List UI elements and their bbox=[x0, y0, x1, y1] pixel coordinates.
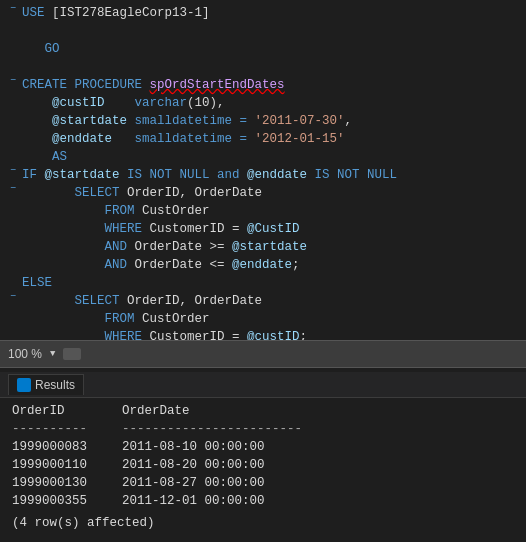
code-line-content: FROM CustOrder bbox=[22, 310, 522, 328]
editor-line: WHERE CustomerID = @CustID bbox=[0, 220, 526, 238]
editor-line: @startdate smalldatetime = '2011-07-30', bbox=[0, 112, 526, 130]
editor-line: −CREATE PROCEDURE spOrdStartEndDates bbox=[0, 76, 526, 94]
cell-orderdate: 2011-08-27 00:00:00 bbox=[122, 474, 322, 492]
token: varchar bbox=[135, 96, 188, 110]
code-line-content: FROM CustOrder bbox=[22, 202, 522, 220]
token: AND bbox=[82, 240, 127, 254]
token: CustomerID = bbox=[142, 330, 247, 340]
code-line-content: AS bbox=[22, 148, 522, 166]
token: IS NOT NULL bbox=[307, 168, 397, 182]
token: AS bbox=[52, 150, 67, 164]
token bbox=[52, 186, 75, 200]
cell-orderid: 1999000083 bbox=[12, 438, 122, 456]
token: '2011-07-30' bbox=[255, 114, 345, 128]
scroll-indicator[interactable] bbox=[63, 348, 81, 360]
results-separator-row: ---------------------------------- bbox=[12, 420, 514, 438]
token: (10), bbox=[187, 96, 225, 110]
token: GO bbox=[22, 42, 60, 56]
token bbox=[105, 96, 135, 110]
code-line-content: USE [IST278EagleCorp13-1] bbox=[22, 4, 522, 22]
editor-line: AS bbox=[0, 148, 526, 166]
token: [IST278EagleCorp13-1] bbox=[52, 6, 210, 20]
editor-line: WHERE CustomerID = @custID; bbox=[0, 328, 526, 340]
cell-orderdate: 2011-08-20 00:00:00 bbox=[122, 456, 322, 474]
dropdown-arrow-icon[interactable]: ▼ bbox=[50, 349, 55, 359]
editor-line: @enddate smalldatetime = '2012-01-15' bbox=[0, 130, 526, 148]
token: smalldatetime = bbox=[112, 132, 255, 146]
code-line-content: ELSE bbox=[22, 274, 522, 292]
status-bar: 100 % ▼ bbox=[0, 340, 526, 368]
code-line-content: @startdate smalldatetime = '2011-07-30', bbox=[22, 112, 522, 130]
code-line-content: WHERE CustomerID = @custID; bbox=[22, 328, 522, 340]
token: IS NOT NULL and bbox=[120, 168, 248, 182]
editor-line: FROM CustOrder bbox=[0, 202, 526, 220]
separator-date: ------------------------ bbox=[122, 420, 322, 438]
token: @custID bbox=[247, 330, 300, 340]
editor-line: − SELECT OrderID, OrderDate bbox=[0, 292, 526, 310]
token: OrderID, OrderDate bbox=[120, 186, 263, 200]
cell-orderid: 1999000110 bbox=[12, 456, 122, 474]
token: OrderID, OrderDate bbox=[120, 294, 263, 308]
code-line-content: GO bbox=[22, 40, 522, 58]
code-line-content: SELECT OrderID, OrderDate bbox=[22, 184, 522, 202]
gutter-icon[interactable]: − bbox=[4, 76, 22, 86]
token: @startdate bbox=[232, 240, 307, 254]
editor-line bbox=[0, 58, 526, 76]
token: IF bbox=[22, 168, 45, 182]
token: @startdate bbox=[45, 168, 120, 182]
table-row: 19990000832011-08-10 00:00:00 bbox=[12, 438, 514, 456]
results-tab-bar: Results bbox=[0, 372, 526, 398]
token: @custID bbox=[52, 96, 105, 110]
editor-line: GO bbox=[0, 40, 526, 58]
editor-line: −USE [IST278EagleCorp13-1] bbox=[0, 4, 526, 22]
token: @startdate bbox=[52, 114, 127, 128]
code-line-content: @enddate smalldatetime = '2012-01-15' bbox=[22, 130, 522, 148]
token: USE bbox=[22, 6, 52, 20]
gutter-icon[interactable]: − bbox=[4, 166, 22, 176]
code-line-content: SELECT OrderID, OrderDate bbox=[22, 292, 522, 310]
token: CREATE bbox=[22, 78, 75, 92]
token: ELSE bbox=[22, 276, 52, 290]
token: WHERE bbox=[82, 222, 142, 236]
gutter-icon[interactable]: − bbox=[4, 292, 22, 302]
editor-area: −USE [IST278EagleCorp13-1] GO−CREATE PRO… bbox=[0, 0, 526, 340]
token: OrderDate <= bbox=[127, 258, 232, 272]
results-header-row: OrderIDOrderDate bbox=[12, 402, 514, 420]
token: ; bbox=[292, 258, 300, 272]
gutter-icon[interactable]: − bbox=[4, 184, 22, 194]
editor-line: ELSE bbox=[0, 274, 526, 292]
editor-line bbox=[0, 22, 526, 40]
token: @CustID bbox=[247, 222, 300, 236]
results-tab[interactable]: Results bbox=[8, 374, 84, 395]
token: FROM bbox=[82, 204, 135, 218]
token: @enddate bbox=[232, 258, 292, 272]
code-line-content: CREATE PROCEDURE spOrdStartEndDates bbox=[22, 76, 522, 94]
results-content: OrderIDOrderDate------------------------… bbox=[0, 402, 526, 532]
token: SELECT bbox=[75, 186, 120, 200]
editor-line: −IF @startdate IS NOT NULL and @enddate … bbox=[0, 166, 526, 184]
token: OrderDate >= bbox=[127, 240, 232, 254]
token: smalldatetime = bbox=[127, 114, 255, 128]
cell-orderid: 1999000130 bbox=[12, 474, 122, 492]
token: AND bbox=[82, 258, 127, 272]
token: FROM bbox=[82, 312, 135, 326]
code-line-content: AND OrderDate >= @startdate bbox=[22, 238, 522, 256]
token: PROCEDURE bbox=[75, 78, 150, 92]
code-line-content: @custID varchar(10), bbox=[22, 94, 522, 112]
code-line-content: AND OrderDate <= @enddate; bbox=[22, 256, 522, 274]
table-row: 19990001102011-08-20 00:00:00 bbox=[12, 456, 514, 474]
col-header-orderid: OrderID bbox=[12, 402, 122, 420]
cell-orderdate: 2011-12-01 00:00:00 bbox=[122, 492, 322, 510]
token bbox=[52, 294, 75, 308]
editor-line: − SELECT OrderID, OrderDate bbox=[0, 184, 526, 202]
token: CustOrder bbox=[135, 312, 210, 326]
editor-line: FROM CustOrder bbox=[0, 310, 526, 328]
gutter-icon[interactable]: − bbox=[4, 4, 22, 14]
token: @enddate bbox=[52, 132, 112, 146]
token: SELECT bbox=[75, 294, 120, 308]
token: @enddate bbox=[247, 168, 307, 182]
cell-orderid: 1999000355 bbox=[12, 492, 122, 510]
editor-line: @custID varchar(10), bbox=[0, 94, 526, 112]
token: CustOrder bbox=[135, 204, 210, 218]
results-tab-label: Results bbox=[35, 378, 75, 392]
